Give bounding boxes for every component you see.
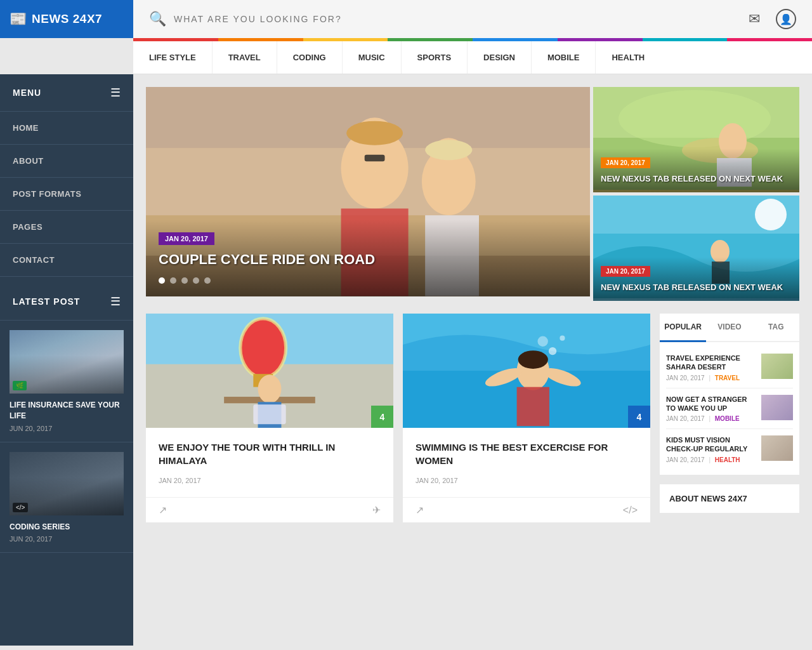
popular-post-2: NOW GET A STRANGER TO WAKE YOU UP JAN 20…: [666, 388, 793, 430]
main-nav: LIFE STYLE TRAVEL CODING MUSIC SPORTS DE…: [133, 41, 812, 74]
popular-post-1-title: TRAVEL EXPERIENCE SAHARA DESERT: [666, 354, 756, 372]
article-2-footer: ↗ </>: [403, 497, 650, 522]
code-icon: </>: [13, 503, 28, 512]
sidebar-post-2-title: CODING SERIES: [10, 522, 124, 533]
search-input[interactable]: [174, 14, 717, 24]
sidebar-right: POPULAR VIDEO TAG TRAVEL EXPERIENCE SAHA…: [660, 314, 799, 522]
popular-post-3-info: KIDS MUST VISION CHECK-UP REGULARLY JAN …: [666, 435, 756, 463]
sidebar-left: MENU ☰ HOME ABOUT POST FORMATS PAGES CON…: [0, 74, 133, 646]
hero-side-bottom-date: JAN 20, 2017: [601, 266, 650, 277]
tabs-header: POPULAR VIDEO TAG: [660, 314, 799, 342]
article-2-share-icon[interactable]: ↗: [416, 504, 424, 516]
popular-post-2-thumbnail: [761, 395, 793, 420]
newspaper-icon: 📰: [10, 11, 27, 27]
article-1-action-icon[interactable]: ✈: [372, 504, 381, 516]
popular-post-1: TRAVEL EXPERIENCE SAHARA DESERT JAN 20, …: [666, 347, 793, 388]
tab-video[interactable]: VIDEO: [706, 314, 752, 341]
article-2-image: [403, 314, 650, 428]
search-icon: 🔍: [149, 11, 166, 27]
popular-post-2-title: NOW GET A STRANGER TO WAKE YOU UP: [666, 395, 756, 413]
site-logo[interactable]: 📰 NEWS 24X7: [0, 0, 133, 38]
dot-4[interactable]: [193, 277, 199, 284]
header-icons: ✉ 👤: [733, 0, 812, 38]
popular-post-2-meta: JAN 20, 2017 | MOBILE: [666, 415, 756, 422]
svg-rect-37: [517, 387, 549, 427]
mail-icon[interactable]: ✉: [749, 11, 760, 27]
popular-post-1-info: TRAVEL EXPERIENCE SAHARA DESERT JAN 20, …: [666, 354, 756, 381]
article-2-title: SWIMMING IS THE BEST EXCERCISE FOR WOMEN: [416, 441, 638, 467]
sidebar-post-1-title: LIFE INSURANCE SAVE YOUR LIFE: [10, 400, 124, 421]
latest-post-title: LATEST POST: [13, 296, 80, 307]
svg-point-41: [549, 347, 556, 355]
articles-section: 4 WE ENJOY THE TOUR WITH THRILL IN HIMAL…: [146, 314, 799, 522]
popular-post-2-category[interactable]: MOBILE: [715, 415, 740, 422]
svg-point-15: [619, 90, 771, 147]
hero-side-bottom-title: NEW NEXUS TAB RELEASED ON NEXT WEAK: [601, 282, 792, 293]
dot-3[interactable]: [181, 277, 188, 284]
article-2-action-icon[interactable]: </>: [623, 505, 638, 516]
svg-point-11: [425, 140, 472, 160]
sidebar-post-1-date: JUN 20, 2017: [10, 425, 124, 432]
hamburger-icon[interactable]: ☰: [110, 86, 121, 100]
sidebar-item-contact[interactable]: CONTACT: [0, 244, 133, 277]
search-bar: 🔍: [133, 0, 733, 38]
nav-item-lifestyle[interactable]: LIFE STYLE: [133, 41, 213, 74]
tab-popular[interactable]: POPULAR: [660, 314, 706, 342]
svg-point-30: [258, 375, 282, 403]
hero-main: JAN 20, 2017 COUPLE CYCLE RIDE ON ROAD: [146, 87, 590, 296]
user-icon[interactable]: 👤: [776, 9, 796, 29]
nav-item-coding[interactable]: CODING: [277, 41, 343, 74]
svg-point-23: [755, 199, 787, 230]
hero-main-date: JAN 20, 2017: [159, 232, 214, 245]
article-1-share-icon[interactable]: ↗: [159, 504, 167, 516]
sidebar-item-post-formats[interactable]: POST FORMATS: [0, 178, 133, 211]
hero-side-top: JAN 20, 2017 NEW NEXUS TAB RELEASED ON N…: [593, 87, 799, 192]
about-widget: ABOUT NEWS 24X7: [660, 484, 799, 513]
content-area: JAN 20, 2017 COUPLE CYCLE RIDE ON ROAD: [133, 74, 812, 646]
popular-post-3-thumbnail: [761, 435, 793, 461]
popular-post-3-title: KIDS MUST VISION CHECK-UP REGULARLY: [666, 435, 756, 454]
list-icon: ☰: [110, 295, 121, 308]
hero-section: JAN 20, 2017 COUPLE CYCLE RIDE ON ROAD: [146, 87, 799, 301]
svg-point-40: [518, 350, 548, 369]
dot-1[interactable]: [159, 277, 165, 284]
dot-2[interactable]: [170, 277, 176, 284]
hero-side: JAN 20, 2017 NEW NEXUS TAB RELEASED ON N…: [593, 87, 799, 301]
sidebar-item-home[interactable]: HOME: [0, 112, 133, 145]
hero-side-top-title: NEW NEXUS TAB RELEASED ON NEXT WEAK: [601, 173, 792, 185]
sidebar-menu-header: MENU ☰: [0, 74, 133, 112]
tabs-widget: POPULAR VIDEO TAG TRAVEL EXPERIENCE SAHA…: [660, 314, 799, 475]
hero-side-top-date: JAN 20, 2017: [601, 157, 650, 168]
popular-post-1-category[interactable]: TRAVEL: [715, 375, 740, 381]
sidebar-menu-title: MENU: [13, 88, 41, 98]
nav-item-mobile[interactable]: MOBILE: [532, 41, 596, 74]
popular-post-3-category[interactable]: HEALTH: [715, 456, 740, 463]
svg-rect-32: [253, 404, 285, 424]
nav-item-travel[interactable]: TRAVEL: [213, 41, 277, 74]
sidebar-item-pages[interactable]: PAGES: [0, 211, 133, 244]
article-2-date: JAN 20, 2017: [416, 477, 638, 484]
logo-text: NEWS 24X7: [32, 12, 102, 26]
sidebar-post-2: </> CODING SERIES JUN 20, 2017: [0, 442, 133, 554]
dot-5[interactable]: [204, 277, 211, 284]
popular-post-3: KIDS MUST VISION CHECK-UP REGULARLY JAN …: [666, 429, 793, 470]
nav-item-music[interactable]: MUSIC: [343, 41, 402, 74]
popular-post-3-meta: JAN 20, 2017 | HEALTH: [666, 456, 756, 463]
svg-point-7: [346, 121, 403, 145]
article-1-footer: ↗ ✈: [146, 497, 393, 522]
sidebar-post-2-date: JUN 20, 2017: [10, 535, 124, 543]
hero-dots: [159, 277, 577, 284]
about-widget-title: ABOUT NEWS 24X7: [669, 494, 790, 503]
leaf-icon: 🌿: [13, 381, 27, 390]
popular-post-2-info: NOW GET A STRANGER TO WAKE YOU UP JAN 20…: [666, 395, 756, 423]
nav-item-health[interactable]: HEALTH: [596, 41, 660, 74]
nav-item-sports[interactable]: SPORTS: [402, 41, 468, 74]
article-1-title: WE ENJOY THE TOUR WITH THRILL IN HIMALAY…: [159, 441, 381, 467]
article-1-date: JAN 20, 2017: [159, 477, 381, 484]
tab-tag[interactable]: TAG: [753, 314, 799, 341]
svg-point-43: [537, 336, 547, 347]
svg-point-42: [560, 336, 565, 341]
hero-main-title: COUPLE CYCLE RIDE ON ROAD: [159, 251, 577, 268]
nav-item-design[interactable]: DESIGN: [468, 41, 532, 74]
sidebar-item-about[interactable]: ABOUT: [0, 145, 133, 178]
